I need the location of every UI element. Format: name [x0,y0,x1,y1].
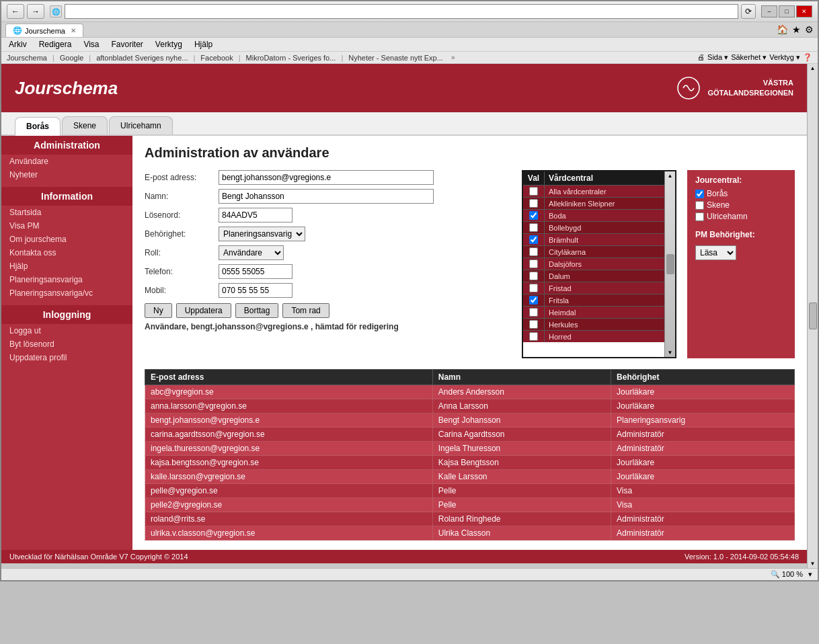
vc-cb-9[interactable] [529,296,538,305]
back-button[interactable]: ← [7,4,24,19]
vc-row[interactable]: Dalsjöfors [523,257,664,270]
page-menu[interactable]: Sida ▾ [707,53,728,62]
security-menu[interactable]: Säkerhet ▾ [731,53,767,62]
vc-scrollbar[interactable]: ▲ ▼ [664,171,675,357]
table-row[interactable]: pelle2@vgregion.se Pelle Visa [145,498,795,512]
scrollbar-down-arrow[interactable]: ▼ [668,350,673,356]
table-row[interactable]: kajsa.bengtsson@vgregion.se Kajsa Bengts… [145,456,795,470]
input-telefon[interactable] [219,264,292,279]
select-behorighet[interactable]: Planeringsansvarig Administratör Jourläk… [219,227,305,241]
close-button[interactable]: ✕ [796,5,812,17]
vc-row[interactable]: Dalum [523,270,664,282]
table-row[interactable]: bengt.johansson@vgregions.e Bengt Johans… [145,413,795,428]
menu-redigera[interactable]: Redigera [37,39,74,50]
vc-row[interactable]: Herkules [523,318,664,330]
vc-row[interactable]: Bollebygd [523,221,664,233]
tab-ulricehamn[interactable]: Ulricehamn [109,116,173,134]
vc-cb-3[interactable] [529,223,538,232]
btn-uppdatera[interactable]: Uppdatera [176,303,231,318]
tools-menu[interactable]: Verktyg ▾ [769,53,800,62]
sidebar-item-uppdatera-profil[interactable]: Uppdatera profil [1,351,132,364]
bookmarks-more[interactable]: » [451,54,455,61]
vc-checkbox-7[interactable] [523,270,545,282]
vc-row[interactable]: Cityläkarna [523,245,664,257]
bm-jourschema[interactable]: Jourschema [7,54,47,62]
vc-row[interactable]: Fritsla [523,294,664,306]
sidebar-item-planeringsansvariga[interactable]: Planeringsansvariga [1,273,132,286]
table-row[interactable]: abc@vgregion.se Anders Andersson Jourläk… [145,385,795,399]
table-row[interactable]: pelle@vgregion.se Pelle Visa [145,484,795,498]
vc-checkbox-4[interactable] [523,234,545,245]
vc-row[interactable]: Horred [523,330,664,342]
active-tab[interactable]: 🌐 Jourschema ✕ [5,24,83,37]
sidebar-item-visa-pm[interactable]: Visa PM [1,219,132,233]
select-pm[interactable]: Läsa Skriva Admin [695,245,736,260]
table-row[interactable]: kalle.larsson@vgregion.se Kalle Larsson … [145,470,795,484]
vc-cb-11[interactable] [529,320,538,329]
forward-button[interactable]: → [27,4,44,19]
sidebar-item-planeringsansvariga-vc[interactable]: Planeringsansvariga/vc [1,286,132,300]
address-bar[interactable]: http://www.jcv7.se/anvadm.asp?nr=448&sub… [65,4,738,19]
select-roll[interactable]: Användare Administratör [219,245,284,260]
bm-google[interactable]: Google [60,54,83,62]
vc-cb-7[interactable] [529,272,538,280]
menu-arkiv[interactable]: Arkiv [7,39,29,50]
menu-visa[interactable]: Visa [81,39,101,50]
menu-favoriter[interactable]: Favoriter [110,39,145,50]
sidebar-item-nyheter[interactable]: Nyheter [1,168,132,182]
help-icon[interactable]: ❓ [803,53,812,62]
minimize-button[interactable]: – [761,5,777,17]
sidebar-item-om-jourschema[interactable]: Om jourschema [1,233,132,246]
page-scroll-thumb[interactable] [809,303,817,329]
refresh-button[interactable]: ⟳ [741,4,756,19]
menu-hjalp[interactable]: Hjälp [192,39,214,50]
vc-cb-8[interactable] [529,284,538,292]
vc-checkbox-11[interactable] [523,319,545,330]
sidebar-item-logga-ut[interactable]: Logga ut [1,324,132,337]
input-namn[interactable] [219,189,434,204]
vc-row[interactable]: Heimdal [523,306,664,318]
zoom-dropdown[interactable]: ▾ [808,570,812,579]
print-icon[interactable]: 🖨 [697,53,705,62]
star-icon[interactable]: ★ [792,24,801,35]
page-scroll-area[interactable]: Jourschema VÄSTRAGÖTALANDSREGIONEN Borås… [1,64,807,568]
vc-cb-5[interactable] [529,247,538,256]
vc-cb-6[interactable] [529,259,538,268]
cb-skene[interactable] [695,201,704,210]
btn-ny[interactable]: Ny [145,303,172,318]
page-scrollbar[interactable]: ▲ ▼ [807,64,818,568]
bm-aftonbladet[interactable]: aftonbladet Sveriges nyhe... [96,54,188,62]
vc-cb-0[interactable] [529,187,538,196]
tab-skene[interactable]: Skene [62,116,108,134]
sidebar-item-kontakta-oss[interactable]: Kontakta oss [1,246,132,259]
vc-cb-12[interactable] [529,332,538,341]
bm-facebook[interactable]: Facebook [200,54,233,62]
vc-checkbox-1[interactable] [523,198,545,209]
sidebar-item-hjalp[interactable]: Hjälp [1,259,132,273]
cb-ulricehamn[interactable] [695,212,704,221]
vc-row[interactable]: Boda [523,209,664,221]
btn-borttag[interactable]: Borttag [235,303,279,318]
table-row[interactable]: anna.larsson@vgregion.se Anna Larsson Jo… [145,399,795,413]
vc-row[interactable]: Fristad [523,282,664,294]
input-mobil[interactable] [219,283,292,298]
input-email[interactable] [219,170,434,185]
sidebar-item-byt-losenord[interactable]: Byt lösenord [1,337,132,351]
table-row[interactable]: roland@rrits.se Roland Ringhede Administ… [145,512,795,526]
btn-tom-rad[interactable]: Tom rad [282,303,329,318]
vc-checkbox-6[interactable] [523,258,545,270]
home-icon[interactable]: 🏠 [777,24,788,35]
table-row[interactable]: ulrika.v.classon@vgregion.se Ulrika Clas… [145,526,795,540]
bm-mikrodatorn[interactable]: MikroDatorn - Sveriges fo... [246,54,336,62]
vc-checkbox-2[interactable] [523,210,545,221]
vc-checkbox-0[interactable] [523,186,545,197]
page-scroll-down[interactable]: ▼ [810,561,816,567]
sidebar-item-startsida[interactable]: Startsida [1,206,132,219]
vc-checkbox-3[interactable] [523,222,545,233]
scrollbar-thumb[interactable] [666,254,674,274]
vc-checkbox-8[interactable] [523,282,545,294]
vc-row[interactable]: Alla vårdcentraler [523,185,664,197]
vc-cb-1[interactable] [529,199,538,208]
cb-boras[interactable] [695,190,704,198]
bm-nyheter[interactable]: Nyheter - Senaste nytt Exp... [348,54,443,62]
